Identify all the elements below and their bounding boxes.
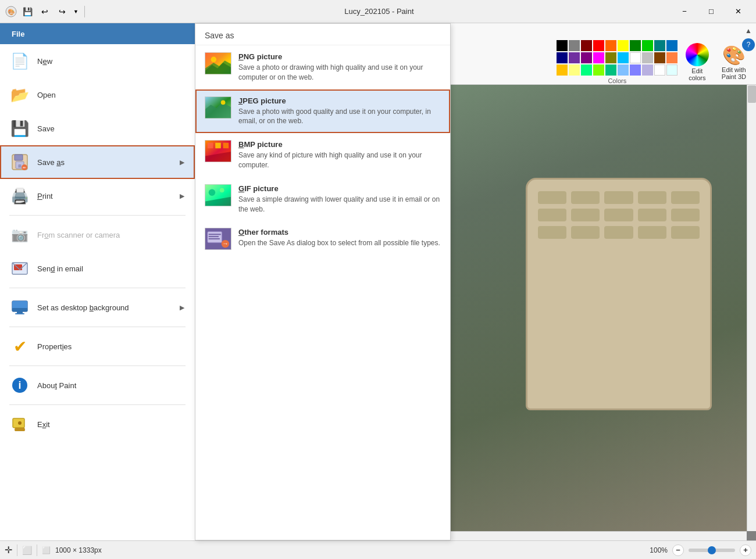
color-red[interactable] [593, 40, 604, 51]
menu-item-desktop[interactable]: Set as desktop background ▶ [0, 291, 195, 324]
color-gray[interactable] [569, 40, 580, 51]
color-teal[interactable] [654, 40, 665, 51]
zoom-in-button[interactable]: + [740, 544, 751, 556]
png-item-content: PNG picture Save a photo or drawing with… [238, 52, 441, 83]
menu-item-save-label: Save [37, 124, 184, 133]
save-qat-button[interactable]: 💾 [20, 4, 35, 19]
color-lavender[interactable] [642, 64, 653, 76]
color-pink-light[interactable] [654, 64, 665, 76]
menu-item-email[interactable]: Send in email [0, 252, 195, 285]
minimize-button[interactable]: − [671, 3, 698, 20]
color-mint[interactable] [581, 64, 592, 76]
color-brown[interactable] [654, 52, 665, 63]
saveas-png-item[interactable]: PNG picture Save a photo or drawing with… [195, 45, 450, 89]
jpeg-desc: Save a photo with good quality and use i… [238, 107, 441, 127]
menu-item-saveas[interactable]: ⊞ ✏ Save as ▶ [0, 145, 195, 179]
close-button[interactable]: ✕ [725, 3, 751, 20]
color-cyan[interactable] [618, 52, 629, 63]
zoom-slider-thumb[interactable] [708, 546, 716, 554]
print-icon: 🖨️ [10, 187, 29, 205]
saveas-arrow-icon: ▶ [180, 159, 184, 166]
saveas-jpeg-item[interactable]: JPEG picture Save a photo with good qual… [195, 89, 450, 134]
color-magenta-dark[interactable] [581, 52, 592, 63]
color-purple[interactable] [569, 52, 580, 63]
menu-item-exit[interactable]: Exit [0, 407, 195, 441]
svg-point-29 [220, 188, 224, 192]
app-icon: 🎨 [5, 5, 17, 18]
exit-icon [10, 415, 29, 433]
saveas-bmp-item[interactable]: BMP picture Save any kind of picture wit… [195, 133, 450, 177]
menu-item-new[interactable]: 📄 New [0, 44, 195, 78]
color-wheel-icon [686, 43, 709, 66]
vertical-scrollbar[interactable] [747, 85, 756, 531]
statusbar-left: ✛ ⬜ ⬜ 1000 × 1333px [5, 544, 102, 556]
menu-item-open[interactable]: 📂 Open [0, 78, 195, 112]
menu-item-print-label: Print [37, 192, 172, 200]
help-button[interactable]: ? [742, 38, 755, 51]
color-sea-green[interactable] [605, 64, 616, 76]
color-light-gray[interactable] [642, 52, 653, 63]
about-icon: i [10, 376, 29, 395]
color-periwinkle[interactable] [630, 64, 641, 76]
color-lime[interactable] [593, 64, 604, 76]
menu-item-save[interactable]: 💾 Save [0, 112, 195, 145]
menu-item-about[interactable]: i About Paint [0, 368, 195, 402]
quick-access-toolbar: 🎨 💾 ↩ ↪ ▼ [5, 4, 87, 19]
ribbon-collapse-button[interactable]: ▲ [742, 24, 755, 37]
edit-colors-button[interactable]: Edit colors [680, 40, 714, 84]
color-light-cyan[interactable] [666, 64, 677, 76]
color-green[interactable] [642, 40, 653, 51]
redo-button[interactable]: ↪ [55, 4, 70, 19]
canvas-dimensions: 1000 × 1333px [55, 546, 102, 554]
bmp-desc: Save any kind of picture with high quali… [238, 150, 441, 170]
color-black[interactable] [557, 40, 568, 51]
color-light-yellow[interactable] [569, 64, 580, 76]
color-magenta[interactable] [593, 52, 604, 63]
saveas-gif-item[interactable]: GIF picture Save a simple drawing with l… [195, 177, 450, 221]
color-sky-blue[interactable] [618, 64, 629, 76]
png-title: PNG picture [238, 52, 441, 61]
color-dark-navy[interactable] [557, 52, 568, 63]
menu-item-email-label: Send in email [37, 264, 184, 273]
svg-rect-25 [215, 143, 221, 149]
svg-rect-12 [12, 308, 27, 311]
color-blue[interactable] [666, 40, 677, 51]
titlebar: 🎨 💾 ↩ ↪ ▼ Lucy_202105 - Paint − □ ✕ [0, 0, 756, 23]
other-formats-icon: → [205, 228, 231, 250]
maximize-button[interactable]: □ [698, 3, 725, 20]
color-light-orange[interactable] [666, 52, 677, 63]
svg-rect-14 [15, 313, 24, 314]
zoom-slider[interactable] [689, 549, 735, 552]
color-dark-green[interactable] [630, 40, 641, 51]
select-tool-icon: ⬜ [22, 546, 32, 555]
color-yellow[interactable] [618, 40, 629, 51]
svg-text:→: → [222, 241, 229, 248]
divider-5 [9, 404, 186, 405]
menu-item-properties[interactable]: ✔ Properties [0, 329, 195, 363]
menu-item-saveas-label: Save as [37, 158, 172, 167]
gif-item-content: GIF picture Save a simple drawing with l… [238, 184, 441, 214]
svg-text:⊞: ⊞ [18, 164, 22, 168]
scanner-icon: 📷 [10, 225, 29, 244]
color-white[interactable] [630, 52, 641, 63]
color-gold[interactable] [557, 64, 568, 76]
color-olive[interactable] [605, 52, 616, 63]
other-item-content: Other formats Open the Save As dialog bo… [238, 228, 441, 248]
zoom-out-button[interactable]: − [672, 544, 684, 556]
file-tab[interactable]: File [0, 23, 195, 44]
properties-icon: ✔ [10, 337, 29, 356]
email-icon [10, 259, 29, 278]
color-orange[interactable] [605, 40, 616, 51]
menu-item-new-label: New [37, 57, 184, 66]
undo-button[interactable]: ↩ [37, 4, 52, 19]
saveas-other-item[interactable]: → Other formats Open the Save As dialog … [195, 221, 450, 257]
new-icon: 📄 [10, 52, 29, 70]
statusbar-right: 100% − + [650, 544, 751, 556]
menu-item-print[interactable]: 🖨️ Print ▶ [0, 179, 195, 213]
svg-point-22 [221, 100, 226, 105]
color-dark-red[interactable] [581, 40, 592, 51]
png-desc: Save a photo or drawing with high qualit… [238, 63, 441, 83]
vertical-scroll-thumb[interactable] [748, 85, 756, 103]
qat-dropdown-button[interactable]: ▼ [72, 8, 80, 16]
bmp-icon [205, 140, 231, 162]
